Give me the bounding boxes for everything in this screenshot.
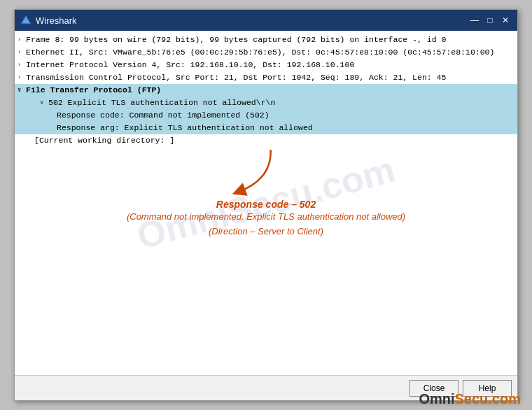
callout-arrow-svg bbox=[15, 150, 517, 375]
response-detail2: (Direction – Server to Client) bbox=[22, 225, 510, 239]
detail-section: Response code – 502 (Command not impleme… bbox=[15, 150, 517, 375]
expand-arrow-tcp: › bbox=[18, 72, 26, 83]
expand-arrow-ip: › bbox=[18, 59, 26, 71]
logo-com: .com bbox=[488, 391, 521, 407]
packet-text-tcp: Transmission Control Protocol, Src Port:… bbox=[26, 72, 446, 83]
packet-text-ftp-code: Response code: Command not implemented (… bbox=[57, 110, 270, 121]
packet-row-ftp[interactable]: ∨ File Transfer Protocol (FTP) bbox=[15, 84, 517, 97]
packet-text-ftp-cwd: [Current working directory: ] bbox=[34, 135, 174, 146]
expand-arrow-ftp-response: ∨ bbox=[40, 97, 48, 108]
response-info: Response code – 502 (Command not impleme… bbox=[15, 185, 517, 246]
packet-row-ftp-arg[interactable]: Response arg: Explicit TLS authenticatio… bbox=[15, 122, 517, 134]
window-title: Wireshark bbox=[36, 15, 468, 26]
content-area: OmniSecu.com › Frame 8: 99 bytes on wire… bbox=[15, 31, 517, 375]
packet-row-ip[interactable]: › Internet Protocol Version 4, Src: 192.… bbox=[15, 59, 517, 71]
response-title: Response code – 502 bbox=[22, 199, 510, 210]
packet-text-ftp-arg: Response arg: Explicit TLS authenticatio… bbox=[57, 122, 313, 134]
packet-row-ftp-response[interactable]: ∨ 502 Explicit TLS authentication not al… bbox=[15, 97, 517, 109]
packet-row-ftp-code[interactable]: Response code: Command not implemented (… bbox=[15, 109, 517, 122]
packet-row-frame[interactable]: › Frame 8: 99 bytes on wire (792 bits), … bbox=[15, 34, 517, 46]
close-button[interactable]: ✕ bbox=[499, 15, 512, 26]
expand-arrow-ethernet: › bbox=[18, 47, 26, 58]
bottom-logo: OmniSecu.com bbox=[419, 391, 521, 407]
packet-text-ftp: File Transfer Protocol (FTP) bbox=[26, 85, 161, 96]
minimize-button[interactable]: — bbox=[468, 15, 481, 26]
window-controls: — □ ✕ bbox=[468, 15, 512, 26]
maximize-button[interactable]: □ bbox=[484, 15, 496, 26]
app-icon bbox=[20, 15, 31, 26]
packet-row-ftp-cwd[interactable]: [Current working directory: ] bbox=[15, 134, 517, 147]
packet-text-ftp-response: 502 Explicit TLS authentication not allo… bbox=[48, 97, 275, 108]
logo-secu: Secu bbox=[455, 391, 489, 407]
packet-list: › Frame 8: 99 bytes on wire (792 bits), … bbox=[15, 31, 517, 150]
expand-arrow-ftp: ∨ bbox=[18, 85, 26, 96]
packet-text-ethernet: Ethernet II, Src: VMware_5b:76:e5 (00:0c… bbox=[26, 47, 494, 58]
packet-row-tcp[interactable]: › Transmission Control Protocol, Src Por… bbox=[15, 71, 517, 84]
logo-omni: Omni bbox=[419, 391, 454, 407]
packet-text-frame: Frame 8: 99 bytes on wire (792 bits), 99… bbox=[26, 34, 446, 45]
response-detail1: (Command not implemented. Explicit TLS a… bbox=[22, 210, 510, 225]
title-bar: Wireshark — □ ✕ bbox=[15, 10, 517, 31]
packet-row-ethernet[interactable]: › Ethernet II, Src: VMware_5b:76:e5 (00:… bbox=[15, 46, 517, 59]
wireshark-window: Wireshark — □ ✕ OmniSecu.com › Frame 8: … bbox=[14, 9, 518, 401]
packet-text-ip: Internet Protocol Version 4, Src: 192.16… bbox=[26, 59, 354, 71]
expand-arrow-frame: › bbox=[18, 34, 26, 45]
